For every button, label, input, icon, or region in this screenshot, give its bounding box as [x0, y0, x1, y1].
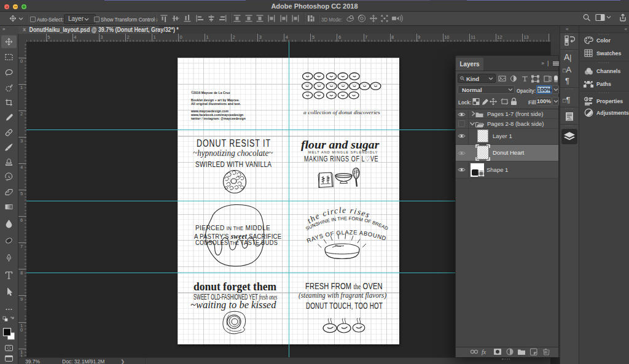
svg-text:fx: fx — [482, 349, 486, 355]
